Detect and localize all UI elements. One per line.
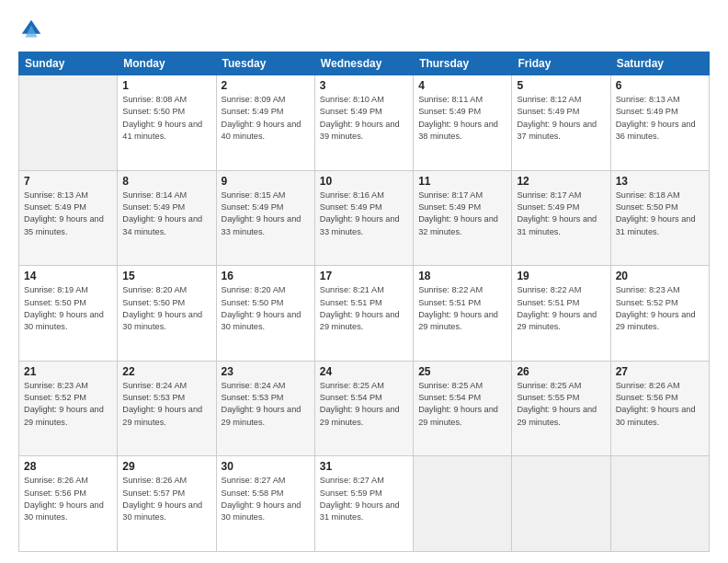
- day-info: Sunrise: 8:21 AM Sunset: 5:51 PM Dayligh…: [320, 284, 408, 333]
- day-number: 29: [122, 460, 210, 473]
- day-number: 6: [616, 79, 704, 92]
- day-number: 25: [418, 365, 506, 378]
- day-number: 27: [616, 365, 704, 378]
- day-header-thursday: Thursday: [414, 52, 512, 75]
- calendar-cell: [414, 456, 512, 552]
- day-number: 24: [320, 365, 408, 378]
- calendar-cell: [610, 456, 709, 552]
- day-number: 1: [122, 79, 210, 92]
- day-info: Sunrise: 8:09 AM Sunset: 5:49 PM Dayligh…: [222, 94, 310, 143]
- day-info: Sunrise: 8:25 AM Sunset: 5:54 PM Dayligh…: [418, 380, 506, 429]
- day-info: Sunrise: 8:27 AM Sunset: 5:58 PM Dayligh…: [222, 475, 310, 523]
- day-number: 19: [517, 270, 605, 282]
- day-info: Sunrise: 8:26 AM Sunset: 5:57 PM Dayligh…: [122, 475, 210, 523]
- logo-icon: [18, 17, 44, 42]
- day-info: Sunrise: 8:22 AM Sunset: 5:51 PM Dayligh…: [418, 284, 506, 333]
- calendar-cell: 22Sunrise: 8:24 AM Sunset: 5:53 PM Dayli…: [118, 361, 216, 456]
- calendar-cell: 3Sunrise: 8:10 AM Sunset: 5:49 PM Daylig…: [314, 75, 413, 171]
- calendar-cell: 30Sunrise: 8:27 AM Sunset: 5:58 PM Dayli…: [216, 456, 314, 552]
- day-number: 7: [24, 175, 112, 188]
- day-info: Sunrise: 8:17 AM Sunset: 5:49 PM Dayligh…: [418, 190, 506, 238]
- day-info: Sunrise: 8:13 AM Sunset: 5:49 PM Dayligh…: [24, 190, 112, 238]
- day-number: 17: [320, 270, 408, 282]
- day-header-tuesday: Tuesday: [216, 52, 314, 75]
- calendar-cell: 21Sunrise: 8:23 AM Sunset: 5:52 PM Dayli…: [19, 361, 118, 456]
- day-info: Sunrise: 8:11 AM Sunset: 5:49 PM Dayligh…: [418, 94, 506, 143]
- day-header-wednesday: Wednesday: [314, 52, 413, 75]
- logo: [18, 17, 48, 42]
- day-number: 3: [320, 79, 408, 92]
- day-number: 11: [418, 175, 506, 188]
- calendar-cell: 7Sunrise: 8:13 AM Sunset: 5:49 PM Daylig…: [19, 170, 118, 266]
- calendar-cell: 28Sunrise: 8:26 AM Sunset: 5:56 PM Dayli…: [19, 456, 118, 552]
- calendar-header-row: SundayMondayTuesdayWednesdayThursdayFrid…: [19, 52, 710, 75]
- calendar-cell: 31Sunrise: 8:27 AM Sunset: 5:59 PM Dayli…: [314, 456, 413, 552]
- calendar-cell: 12Sunrise: 8:17 AM Sunset: 5:49 PM Dayli…: [512, 170, 610, 266]
- day-number: 13: [616, 175, 704, 188]
- day-info: Sunrise: 8:26 AM Sunset: 5:56 PM Dayligh…: [616, 380, 704, 429]
- calendar-week-row: 7Sunrise: 8:13 AM Sunset: 5:49 PM Daylig…: [19, 170, 710, 266]
- day-info: Sunrise: 8:25 AM Sunset: 5:55 PM Dayligh…: [517, 380, 605, 429]
- day-info: Sunrise: 8:17 AM Sunset: 5:49 PM Dayligh…: [517, 190, 605, 238]
- calendar-cell: 10Sunrise: 8:16 AM Sunset: 5:49 PM Dayli…: [314, 170, 413, 266]
- calendar-week-row: 28Sunrise: 8:26 AM Sunset: 5:56 PM Dayli…: [19, 456, 710, 552]
- calendar-cell: 16Sunrise: 8:20 AM Sunset: 5:50 PM Dayli…: [216, 266, 314, 362]
- day-header-saturday: Saturday: [610, 52, 709, 75]
- day-header-sunday: Sunday: [19, 52, 118, 75]
- day-info: Sunrise: 8:20 AM Sunset: 5:50 PM Dayligh…: [222, 284, 310, 333]
- calendar-week-row: 21Sunrise: 8:23 AM Sunset: 5:52 PM Dayli…: [19, 361, 710, 456]
- day-info: Sunrise: 8:19 AM Sunset: 5:50 PM Dayligh…: [24, 284, 112, 333]
- calendar-cell: 25Sunrise: 8:25 AM Sunset: 5:54 PM Dayli…: [414, 361, 512, 456]
- day-number: 2: [222, 79, 310, 92]
- day-info: Sunrise: 8:12 AM Sunset: 5:49 PM Dayligh…: [517, 94, 605, 143]
- calendar-cell: 18Sunrise: 8:22 AM Sunset: 5:51 PM Dayli…: [414, 266, 512, 362]
- day-number: 16: [222, 270, 310, 282]
- day-header-monday: Monday: [118, 52, 216, 75]
- calendar-cell: 2Sunrise: 8:09 AM Sunset: 5:49 PM Daylig…: [216, 75, 314, 171]
- calendar-cell: 24Sunrise: 8:25 AM Sunset: 5:54 PM Dayli…: [314, 361, 413, 456]
- day-info: Sunrise: 8:24 AM Sunset: 5:53 PM Dayligh…: [122, 380, 210, 429]
- calendar-cell: 8Sunrise: 8:14 AM Sunset: 5:49 PM Daylig…: [118, 170, 216, 266]
- day-header-friday: Friday: [512, 52, 610, 75]
- day-number: 18: [418, 270, 506, 282]
- calendar-cell: 6Sunrise: 8:13 AM Sunset: 5:49 PM Daylig…: [610, 75, 709, 171]
- day-info: Sunrise: 8:26 AM Sunset: 5:56 PM Dayligh…: [24, 475, 112, 523]
- header: [18, 17, 710, 42]
- day-info: Sunrise: 8:15 AM Sunset: 5:49 PM Dayligh…: [222, 190, 310, 238]
- calendar-table: SundayMondayTuesdayWednesdayThursdayFrid…: [18, 52, 710, 552]
- day-info: Sunrise: 8:23 AM Sunset: 5:52 PM Dayligh…: [24, 380, 112, 429]
- calendar-cell: 15Sunrise: 8:20 AM Sunset: 5:50 PM Dayli…: [118, 266, 216, 362]
- calendar-cell: 1Sunrise: 8:08 AM Sunset: 5:50 PM Daylig…: [118, 75, 216, 171]
- calendar-cell: 13Sunrise: 8:18 AM Sunset: 5:50 PM Dayli…: [610, 170, 709, 266]
- day-number: 22: [122, 365, 210, 378]
- day-info: Sunrise: 8:14 AM Sunset: 5:49 PM Dayligh…: [122, 190, 210, 238]
- day-number: 12: [517, 175, 605, 188]
- calendar-week-row: 1Sunrise: 8:08 AM Sunset: 5:50 PM Daylig…: [19, 75, 710, 171]
- calendar-cell: 29Sunrise: 8:26 AM Sunset: 5:57 PM Dayli…: [118, 456, 216, 552]
- calendar-cell: 17Sunrise: 8:21 AM Sunset: 5:51 PM Dayli…: [314, 266, 413, 362]
- calendar-cell: [512, 456, 610, 552]
- day-number: 15: [122, 270, 210, 282]
- calendar-cell: 27Sunrise: 8:26 AM Sunset: 5:56 PM Dayli…: [610, 361, 709, 456]
- day-number: 31: [320, 460, 408, 473]
- day-number: 30: [222, 460, 310, 473]
- day-number: 10: [320, 175, 408, 188]
- day-info: Sunrise: 8:16 AM Sunset: 5:49 PM Dayligh…: [320, 190, 408, 238]
- day-number: 4: [418, 79, 506, 92]
- day-info: Sunrise: 8:23 AM Sunset: 5:52 PM Dayligh…: [616, 284, 704, 333]
- calendar-week-row: 14Sunrise: 8:19 AM Sunset: 5:50 PM Dayli…: [19, 266, 710, 362]
- day-info: Sunrise: 8:10 AM Sunset: 5:49 PM Dayligh…: [320, 94, 408, 143]
- day-info: Sunrise: 8:27 AM Sunset: 5:59 PM Dayligh…: [320, 475, 408, 523]
- calendar-cell: 4Sunrise: 8:11 AM Sunset: 5:49 PM Daylig…: [414, 75, 512, 171]
- day-info: Sunrise: 8:20 AM Sunset: 5:50 PM Dayligh…: [122, 284, 210, 333]
- day-number: 21: [24, 365, 112, 378]
- calendar-cell: 14Sunrise: 8:19 AM Sunset: 5:50 PM Dayli…: [19, 266, 118, 362]
- day-info: Sunrise: 8:25 AM Sunset: 5:54 PM Dayligh…: [320, 380, 408, 429]
- calendar-cell: 9Sunrise: 8:15 AM Sunset: 5:49 PM Daylig…: [216, 170, 314, 266]
- day-info: Sunrise: 8:18 AM Sunset: 5:50 PM Dayligh…: [616, 190, 704, 238]
- calendar-cell: 20Sunrise: 8:23 AM Sunset: 5:52 PM Dayli…: [610, 266, 709, 362]
- day-number: 14: [24, 270, 112, 282]
- day-number: 9: [222, 175, 310, 188]
- day-info: Sunrise: 8:08 AM Sunset: 5:50 PM Dayligh…: [122, 94, 210, 143]
- day-number: 5: [517, 79, 605, 92]
